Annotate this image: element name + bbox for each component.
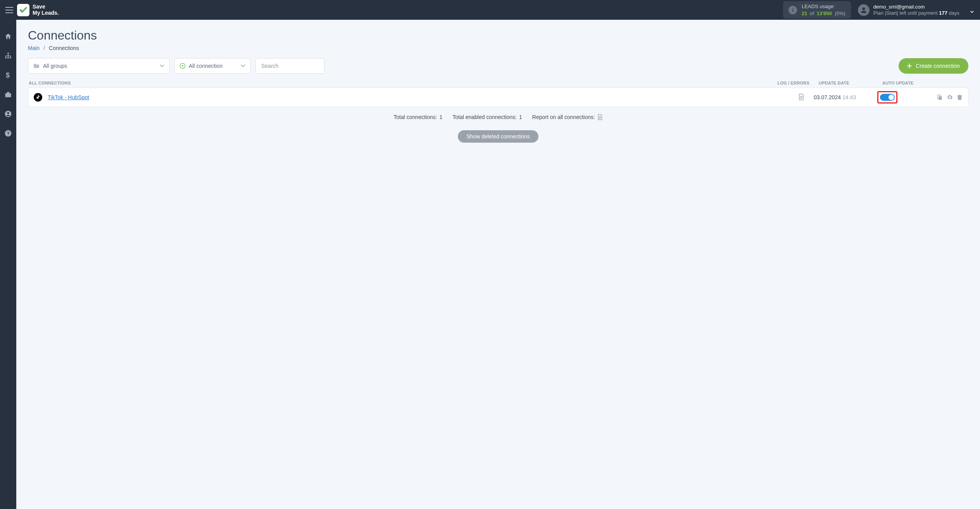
summary-enabled: Total enabled connections: 1 xyxy=(452,114,522,120)
groups-dropdown[interactable]: All groups xyxy=(28,58,170,74)
row-actions xyxy=(924,94,963,100)
create-connection-button[interactable]: Create connection xyxy=(899,58,968,74)
leads-used: 21 xyxy=(802,10,807,16)
folder-icon xyxy=(33,63,40,69)
brand-logo[interactable]: Save My Leads. xyxy=(17,4,59,16)
leads-usage-box[interactable]: i LEADS usage: 21 of 13'850 (0%) xyxy=(783,1,851,19)
th-all: ALL CONNECTIONS xyxy=(29,81,774,85)
leads-of: of xyxy=(810,10,814,16)
search-input[interactable] xyxy=(255,58,324,74)
table-header: ALL CONNECTIONS LOG / ERRORS UPDATE DATE… xyxy=(28,79,968,88)
auto-update-highlight xyxy=(877,91,897,104)
chevron-down-icon xyxy=(159,64,165,68)
top-bar: Save My Leads. i LEADS usage: 21 of 13'8… xyxy=(0,0,980,20)
document-icon[interactable] xyxy=(597,114,603,120)
groups-label: All groups xyxy=(43,63,67,69)
page-title: Connections xyxy=(28,28,968,43)
play-icon xyxy=(179,63,186,69)
svg-rect-3 xyxy=(7,57,9,58)
leads-total: 13'850 xyxy=(817,10,832,16)
svg-text:$: $ xyxy=(6,71,10,79)
sidebar-item-home[interactable] xyxy=(0,30,16,43)
th-log: LOG / ERRORS xyxy=(774,81,813,85)
plus-icon xyxy=(907,64,912,68)
status-label: All connection xyxy=(189,63,223,69)
sidebar-item-toolbox[interactable] xyxy=(0,88,16,101)
breadcrumb-current: Connections xyxy=(49,45,79,51)
summary-total: Total connections: 1 xyxy=(393,114,442,120)
user-plan: Plan |Start| left until payment 177 days xyxy=(873,10,959,16)
svg-rect-1 xyxy=(7,53,9,54)
summary-report: Report on all connections: xyxy=(532,114,603,120)
chevron-down-icon[interactable]: ⌄ xyxy=(969,6,975,14)
info-icon: i xyxy=(788,6,797,14)
connection-row[interactable]: TikTok - HubSpot 03.07.202414:43 xyxy=(28,88,968,107)
user-email: demo_sml@gmail.com xyxy=(873,4,959,10)
gear-icon[interactable] xyxy=(947,94,953,100)
svg-rect-4 xyxy=(10,57,11,58)
update-date: 03.07.202414:43 xyxy=(807,94,877,100)
sidebar-item-connections[interactable] xyxy=(0,49,16,62)
status-dropdown[interactable]: All connection xyxy=(174,58,251,74)
summary-row: Total connections: 1 Total enabled conne… xyxy=(28,114,968,120)
th-auto: AUTO UPDATE xyxy=(882,81,929,85)
auto-update-toggle[interactable] xyxy=(880,94,895,101)
leads-label: LEADS usage: xyxy=(802,3,845,10)
sidebar-item-account[interactable] xyxy=(0,107,16,121)
trash-icon[interactable] xyxy=(957,94,963,100)
main-content: Connections Main / Connections All group… xyxy=(16,20,980,509)
th-date: UPDATE DATE xyxy=(813,81,882,85)
hamburger-icon[interactable] xyxy=(5,5,14,15)
user-menu[interactable]: demo_sml@gmail.com Plan |Start| left unt… xyxy=(858,4,959,16)
connection-name[interactable]: TikTok - HubSpot xyxy=(48,94,89,100)
show-deleted-button[interactable]: Show deleted connections xyxy=(458,130,538,143)
sidebar: $ ? xyxy=(0,20,16,509)
svg-point-7 xyxy=(7,112,9,114)
svg-rect-11 xyxy=(939,96,942,100)
log-icon-cell[interactable] xyxy=(769,93,807,102)
copy-icon[interactable] xyxy=(937,94,943,100)
sidebar-item-billing[interactable]: $ xyxy=(0,69,16,82)
svg-rect-2 xyxy=(5,57,7,58)
create-connection-label: Create connection xyxy=(916,63,960,69)
svg-point-0 xyxy=(863,7,865,10)
chevron-down-icon xyxy=(240,64,246,68)
tiktok-icon xyxy=(34,93,42,102)
brand-name: Save My Leads. xyxy=(33,4,59,16)
svg-text:?: ? xyxy=(7,131,10,136)
sidebar-item-help[interactable]: ? xyxy=(0,127,16,140)
logo-icon xyxy=(17,4,29,16)
filters-row: All groups All connection xyxy=(28,58,968,74)
breadcrumb: Main / Connections xyxy=(28,45,968,51)
leads-pct: (0%) xyxy=(835,10,845,16)
breadcrumb-main[interactable]: Main xyxy=(28,45,40,51)
avatar-icon xyxy=(858,4,870,16)
